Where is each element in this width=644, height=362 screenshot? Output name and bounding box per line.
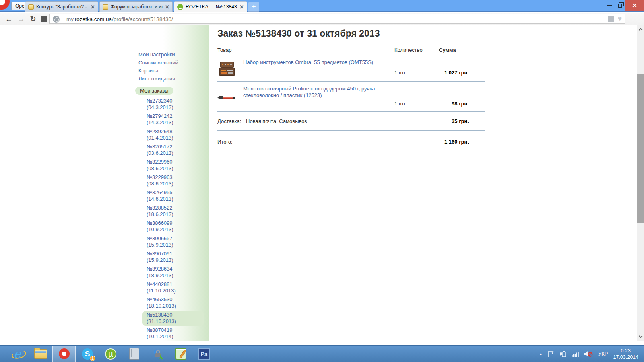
back-button[interactable]: ← xyxy=(3,13,14,25)
windows-taskbar: e S 1 µ xyxy=(0,345,644,362)
order-number: №3229963 xyxy=(147,174,200,181)
my-orders-label: Мои заказы xyxy=(135,87,173,95)
utorrent-icon[interactable]: µ xyxy=(99,346,122,362)
calculator-icon[interactable] xyxy=(122,346,146,362)
tab-konkurs[interactable]: Конкурс "Заработал? - По ✕ xyxy=(25,1,98,12)
order-number: №3288522 xyxy=(147,205,200,211)
sidebar-item-waitlist[interactable]: Лист ожидания xyxy=(135,75,209,83)
order-date: (15.9.2013) xyxy=(147,242,200,248)
sidebar-order-link[interactable]: №3264955 (14.6.2013) xyxy=(142,189,204,204)
sum-value: 98 грн. xyxy=(439,101,469,111)
orders-list: №2732340 (04.3.2013) №2794242 (14.3.2013… xyxy=(142,97,209,341)
sidebar-order-link[interactable]: №4402881 (11.10.2013) xyxy=(142,280,204,295)
minimize-button[interactable] xyxy=(604,0,615,11)
order-date: (08.6.2013) xyxy=(147,181,200,187)
tab-close-icon[interactable]: ✕ xyxy=(239,4,244,10)
table-row: Набор инструментов Ombra, 55 предметов (… xyxy=(217,56,485,82)
tab-close-icon[interactable]: ✕ xyxy=(91,4,95,10)
extensions-grid-icon[interactable] xyxy=(608,16,614,22)
speed-dial-grid-icon[interactable] xyxy=(39,13,50,25)
sidebar-order-link[interactable]: №3288522 (18.6.2013) xyxy=(142,204,204,219)
tab-forum[interactable]: Форум о заработке и инве ✕ xyxy=(99,1,173,12)
clock[interactable]: 0:23 17.03.2014 xyxy=(613,348,638,360)
skype-icon[interactable]: S 1 xyxy=(76,346,99,362)
sidebar-order-link[interactable]: №2892648 (01.4.2013) xyxy=(142,128,204,142)
forward-button[interactable]: → xyxy=(15,13,27,25)
reload-button[interactable]: ↻ xyxy=(27,13,39,25)
clock-time: 0:23 xyxy=(613,348,638,354)
tab-close-icon[interactable]: ✕ xyxy=(165,4,169,10)
order-date: (18.9.2013) xyxy=(147,272,200,279)
address-bar[interactable]: my.rozetka.com.ua/profile/account/513843… xyxy=(49,14,625,24)
network-signal-icon[interactable] xyxy=(572,351,579,357)
internet-explorer-icon[interactable]: e xyxy=(6,346,29,362)
table-header-row: Товар Количество Сумма xyxy=(217,46,485,56)
sidebar-order-link[interactable]: №8870419 (10.1.2014) xyxy=(142,326,204,341)
sidebar-order-link[interactable]: №3205172 (03.6.2013) xyxy=(142,143,204,158)
delivery-label: Доставка: xyxy=(217,118,241,124)
sidebar-order-link[interactable]: №4653530 (18.10.2013) xyxy=(142,296,204,311)
tab-rozetka-active[interactable]: ROZETKA — №5138430 (31 ✕ xyxy=(174,1,247,12)
tab-strip: Конкурс "Заработал? - По ✕ Форум о зараб… xyxy=(25,1,259,12)
photoshop-icon[interactable]: Ps xyxy=(192,346,216,362)
bookmark-heart-icon[interactable]: ♥ xyxy=(618,15,622,23)
product-link[interactable]: Набор инструментов Ombra, 55 предметов (… xyxy=(243,59,373,81)
hammer-thumbnail-icon[interactable] xyxy=(217,86,237,111)
show-hidden-icons-icon[interactable]: ▲ xyxy=(539,352,543,356)
tab-title: Конкурс "Заработал? - По xyxy=(36,4,88,10)
order-date: (15.9.2013) xyxy=(147,257,200,263)
tab-title: ROZETKA — №5138430 (31 xyxy=(186,4,237,10)
sidebar-order-link[interactable]: №5138430 (31.10.2013) xyxy=(142,311,204,326)
sum-value: 1 027 грн. xyxy=(439,70,469,81)
order-number: №8870419 xyxy=(147,327,200,333)
action-center-flag-icon[interactable] xyxy=(548,351,554,357)
notepad-plus-plus-icon[interactable] xyxy=(169,346,192,362)
order-date: (18.6.2013) xyxy=(147,211,200,218)
order-number: №5138430 xyxy=(147,312,200,318)
sidebar-order-link[interactable]: №2732340 (04.3.2013) xyxy=(142,97,204,112)
sidebar-order-link[interactable]: №3229960 (08.6.2013) xyxy=(142,158,204,173)
sidebar-order-link[interactable]: №3928634 (18.9.2013) xyxy=(142,265,204,280)
order-number: №3928634 xyxy=(147,266,200,272)
table-row: Молоток столярный Proline с гвоздодером … xyxy=(217,82,485,112)
restore-button[interactable] xyxy=(615,0,625,11)
order-number: №3205172 xyxy=(147,144,200,150)
sidebar-order-link[interactable]: №2794242 (14.3.2013) xyxy=(142,112,204,127)
scroll-up-icon[interactable] xyxy=(637,26,644,33)
scrollbar-thumb[interactable] xyxy=(637,74,644,223)
delivery-sum: 35 грн. xyxy=(439,118,469,124)
site-globe-icon[interactable] xyxy=(53,16,60,23)
order-number: №2794242 xyxy=(147,113,200,119)
order-date: (03.6.2013) xyxy=(147,150,200,156)
order-date: (08.6.2013) xyxy=(147,165,200,172)
order-number: №3229960 xyxy=(147,159,200,165)
toolkit-thumbnail-icon[interactable] xyxy=(217,59,237,81)
product-link[interactable]: Молоток столярный Proline с гвоздодером … xyxy=(243,86,376,111)
volume-muted-icon[interactable] xyxy=(584,350,593,357)
total-sum: 1 160 грн. xyxy=(439,139,469,145)
forum-favicon-icon xyxy=(28,4,34,10)
order-number: №4653530 xyxy=(147,296,200,303)
scroll-down-icon[interactable] xyxy=(637,333,644,340)
sidebar-item-wishlists[interactable]: Списки желаний xyxy=(135,59,209,67)
language-indicator[interactable]: УКР xyxy=(598,351,608,357)
delivery-value: Новая почта. Самовывоз xyxy=(246,118,307,124)
order-date: (31.10.2013) xyxy=(147,318,200,325)
opera-taskbar-icon[interactable] xyxy=(52,346,76,362)
total-row: Итого: 1 160 грн. xyxy=(217,131,485,145)
sidebar-item-cart[interactable]: Корзина xyxy=(135,67,209,75)
file-explorer-icon[interactable] xyxy=(29,346,52,362)
sidebar-order-link[interactable]: №3229963 (08.6.2013) xyxy=(142,173,204,188)
sidebar-order-link[interactable]: №3866099 (10.9.2013) xyxy=(142,219,204,234)
new-tab-button[interactable]: + xyxy=(248,2,259,12)
sidebar-order-link[interactable]: №3906657 (15.9.2013) xyxy=(142,234,204,249)
sidebar-item-settings[interactable]: Мои настройки xyxy=(135,51,209,59)
order-date: (10.9.2013) xyxy=(147,226,200,233)
sidebar-order-link[interactable]: №3907091 (15.9.2013) xyxy=(142,250,204,265)
close-button[interactable]: ✕ xyxy=(625,0,644,11)
opera-logo-icon[interactable] xyxy=(0,0,10,10)
power-battery-icon[interactable] xyxy=(559,351,566,357)
vertical-scrollbar[interactable] xyxy=(637,25,644,341)
file-transfer-lock-icon[interactable] xyxy=(146,346,169,362)
taskbar-apps: e S 1 µ xyxy=(6,346,216,362)
